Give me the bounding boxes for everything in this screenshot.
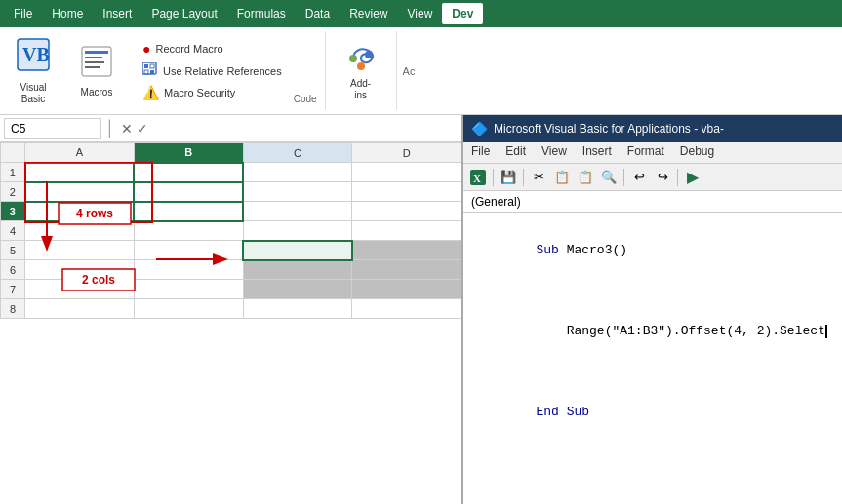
col-header-A[interactable]: A	[25, 143, 135, 163]
vba-menu-file[interactable]: File	[463, 142, 498, 163]
relative-ref-icon	[142, 62, 158, 79]
cell-D4[interactable]	[352, 221, 461, 241]
menu-page-layout[interactable]: Page Layout	[141, 3, 226, 24]
vba-menu-edit[interactable]: Edit	[498, 142, 534, 163]
col-header-C[interactable]: C	[243, 143, 352, 163]
cell-C2[interactable]	[243, 182, 352, 202]
cell-A8[interactable]	[25, 299, 135, 319]
use-relative-button[interactable]: Use Relative References	[137, 59, 288, 82]
macro-security-button[interactable]: ⚠️ Macro Security	[137, 82, 288, 103]
cell-C4[interactable]	[243, 221, 352, 241]
cancel-button[interactable]: ✕	[121, 121, 133, 136]
confirm-button[interactable]: ✓	[137, 121, 148, 136]
cell-A6[interactable]	[25, 260, 135, 280]
macros-btn-area: Macros	[72, 35, 121, 106]
cell-reference-box[interactable]	[4, 118, 101, 139]
cell-A1[interactable]	[25, 163, 135, 182]
vba-general-label: (General)	[471, 195, 521, 209]
cell-A2[interactable]	[25, 182, 135, 202]
col-header-B[interactable]: B	[134, 143, 243, 163]
menu-dev[interactable]: Dev	[442, 3, 483, 24]
cell-B4[interactable]	[134, 221, 243, 241]
vba-redo-btn[interactable]: ↪	[652, 167, 673, 188]
cell-A5[interactable]	[25, 241, 135, 260]
vba-find-btn[interactable]: 🔍	[598, 167, 620, 188]
visual-basic-icon: VB	[16, 37, 51, 80]
col-header-D[interactable]: D	[352, 143, 461, 163]
table-row: 2	[1, 182, 461, 202]
add-ins-button[interactable]: Add-ins	[336, 42, 386, 100]
cell-B7[interactable]	[134, 280, 243, 299]
cell-D5[interactable]	[352, 241, 461, 260]
cell-B1[interactable]	[134, 163, 243, 182]
vba-menu-debug[interactable]: Debug	[672, 142, 722, 163]
menu-review[interactable]: Review	[340, 3, 397, 24]
cell-A3[interactable]	[25, 202, 135, 221]
row-header-4[interactable]: 4	[1, 221, 25, 241]
macros-button[interactable]: Macros	[72, 42, 121, 100]
svg-point-13	[349, 55, 357, 62]
row-header-1[interactable]: 1	[1, 163, 25, 182]
cell-B5[interactable]	[134, 241, 243, 260]
menu-formulas[interactable]: Formulas	[227, 3, 296, 24]
cell-B6[interactable]	[134, 260, 243, 280]
vba-title-bar: 🔷 Microsoft Visual Basic for Application…	[463, 115, 842, 142]
menu-view[interactable]: View	[398, 3, 443, 24]
macro-security-icon: ⚠️	[142, 85, 159, 100]
code-line-1: Sub Macro3()	[475, 220, 830, 281]
cell-C1[interactable]	[243, 163, 352, 182]
cell-D7[interactable]	[352, 280, 461, 299]
cell-B3[interactable]	[134, 202, 243, 221]
cell-D1[interactable]	[352, 163, 461, 182]
vba-cut-btn[interactable]: ✂	[528, 167, 549, 188]
vba-menu-insert[interactable]: Insert	[575, 142, 620, 163]
vba-paste-btn[interactable]: 📋	[575, 167, 596, 188]
vba-code-area[interactable]: Sub Macro3() Range("A1:B3").Offset(4, 2)…	[463, 213, 842, 504]
cell-A4[interactable]	[25, 221, 135, 241]
visual-basic-button[interactable]: VB VisualBasic	[8, 42, 59, 100]
cell-D2[interactable]	[352, 182, 461, 202]
row-header-7[interactable]: 7	[1, 280, 25, 299]
cell-D6[interactable]	[352, 260, 461, 280]
menu-file[interactable]: File	[4, 3, 42, 24]
vba-run-btn[interactable]: ▶	[682, 167, 703, 188]
svg-rect-9	[144, 64, 148, 68]
menu-data[interactable]: Data	[296, 3, 340, 24]
grid-wrapper: A B C D 1 2	[0, 142, 461, 504]
vba-excel-icon-btn[interactable]: X	[467, 167, 489, 188]
cell-C5[interactable]	[243, 241, 352, 260]
cell-D8[interactable]	[352, 299, 461, 319]
main-area: │ ✕ ✓ A B C D 1	[0, 115, 842, 504]
toolbar-sep-1	[493, 169, 494, 186]
row-header-5[interactable]: 5	[1, 241, 25, 260]
vba-copy-btn[interactable]: 📋	[551, 167, 573, 188]
cell-C3[interactable]	[243, 202, 352, 221]
svg-text:X: X	[473, 173, 481, 184]
menu-insert[interactable]: Insert	[93, 3, 141, 24]
row-header-2[interactable]: 2	[1, 182, 25, 202]
table-row: 6	[1, 260, 461, 280]
cell-B2[interactable]	[134, 182, 243, 202]
cell-D3[interactable]	[352, 202, 461, 221]
vba-save-btn[interactable]: 💾	[498, 167, 519, 188]
row-header-8[interactable]: 8	[1, 299, 25, 319]
code-line-blank-1	[475, 281, 830, 301]
table-row: 7	[1, 280, 461, 299]
row-header-6[interactable]: 6	[1, 260, 25, 280]
vba-menu-format[interactable]: Format	[620, 142, 672, 163]
record-macro-button[interactable]: ● Record Macro	[137, 38, 288, 59]
cell-B8[interactable]	[134, 299, 243, 319]
row-header-3[interactable]: 3	[1, 202, 25, 221]
cell-C8[interactable]	[243, 299, 352, 319]
vba-toolbar: X 💾 ✂ 📋 📋 🔍 ↩ ↪ ▶	[463, 164, 842, 191]
excel-panel: │ ✕ ✓ A B C D 1	[0, 115, 463, 504]
record-macro-icon: ●	[142, 41, 150, 57]
vba-menu-view[interactable]: View	[534, 142, 575, 163]
cell-A7[interactable]	[25, 280, 135, 299]
code-right-btns: ● Record Macro Use Relative References ⚠…	[137, 35, 288, 106]
cell-C7[interactable]	[243, 280, 352, 299]
cell-C6[interactable]	[243, 260, 352, 280]
macros-icon	[80, 45, 113, 85]
menu-home[interactable]: Home	[42, 3, 93, 24]
vba-undo-btn[interactable]: ↩	[628, 167, 650, 188]
